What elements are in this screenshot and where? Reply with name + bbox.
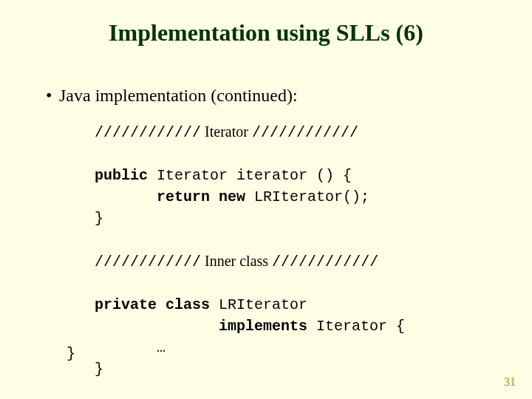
section-label-innerclass: Inner class [201, 253, 272, 269]
outer-closing-brace: } [66, 345, 75, 362]
bullet-dot-icon: • [46, 86, 59, 106]
code-indent [95, 318, 219, 335]
brace-close: } [95, 210, 103, 227]
bullet-text: Java implementation (continued): [59, 86, 298, 105]
code-block: //////////// Iterator //////////// publi… [95, 121, 405, 380]
code-ellipsis: … [95, 339, 166, 356]
slide: Implementation using SLLs (6) •Java impl… [0, 0, 532, 399]
section-sep-right: //////////// [252, 124, 358, 141]
slide-title: Implementation using SLLs (6) [0, 19, 532, 47]
section-sep-right: //////////// [272, 253, 378, 270]
kw-new: new [219, 188, 245, 205]
code-text: Iterator iterator () { [148, 167, 352, 184]
code-space [210, 188, 219, 205]
section-label-iterator: Iterator [201, 123, 252, 140]
code-text: LRIterator [210, 296, 307, 313]
code-text: Iterator { [307, 318, 405, 335]
code-space [157, 296, 166, 313]
kw-return: return [157, 188, 210, 205]
brace-close: } [95, 361, 103, 378]
section-sep-left: //////////// [95, 124, 201, 141]
code-indent [95, 188, 157, 205]
page-number: 31 [504, 375, 516, 389]
kw-class: class [166, 296, 210, 313]
kw-implements: implements [219, 318, 307, 335]
kw-public: public [95, 167, 148, 184]
code-text: LRIterator(); [245, 188, 369, 205]
kw-private: private [95, 296, 157, 313]
bullet-item: •Java implementation (continued): [46, 86, 298, 106]
section-sep-left: //////////// [95, 253, 201, 270]
